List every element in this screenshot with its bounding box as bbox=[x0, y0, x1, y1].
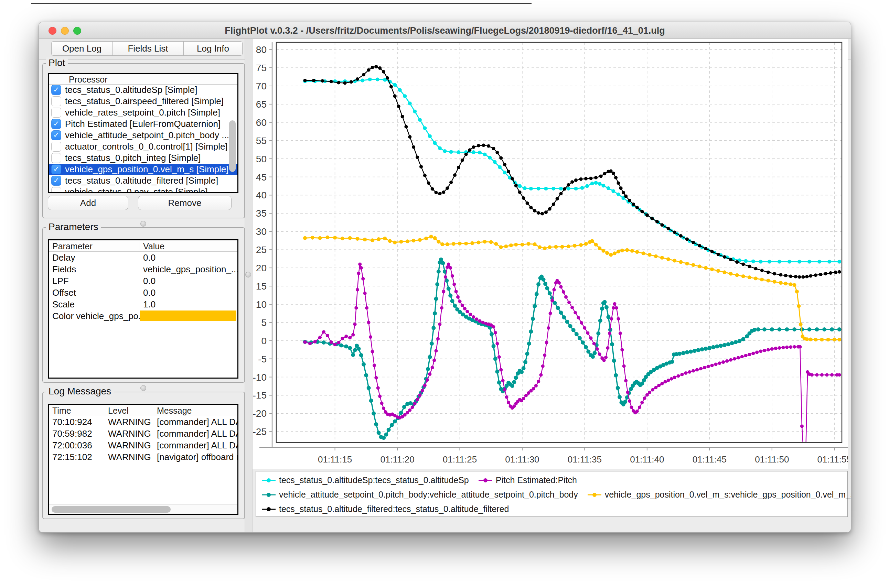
plot-list-item[interactable]: ✓tecs_status_0.altitude_filtered [Simple… bbox=[49, 175, 237, 186]
plot-list-item[interactable]: ✓vehicle_attitude_setpoint_0.pitch_body … bbox=[49, 130, 237, 141]
processor-column-header: Processor bbox=[69, 75, 108, 85]
y-axis-tick-label: 80 bbox=[256, 44, 267, 55]
legend-label: vehicle_attitude_setpoint_0.pitch_body:v… bbox=[279, 490, 578, 500]
column-divider bbox=[153, 406, 153, 414]
checkbox-checked-icon[interactable]: ✓ bbox=[51, 176, 61, 186]
log-horizontal-scrollbar-thumb[interactable] bbox=[52, 506, 171, 513]
log-horizontal-scrollbar-track[interactable] bbox=[49, 504, 237, 514]
table-row[interactable]: 72:00:036WARNING[commander] ALL DAT bbox=[49, 439, 237, 451]
splitter-handle-icon[interactable] bbox=[140, 385, 146, 391]
plot-list-item[interactable]: actuator_controls_0_0.control[1] [Simple… bbox=[49, 141, 237, 152]
plot-rows-container: ✓tecs_status_0.altitudeSp [Simple]tecs_s… bbox=[49, 84, 237, 193]
y-axis-tick-label: 65 bbox=[256, 99, 267, 110]
checkbox-unchecked-icon[interactable] bbox=[51, 108, 61, 118]
table-row[interactable]: Fieldsvehicle_gps_position_... bbox=[49, 263, 237, 275]
table-row[interactable]: Offset0.0 bbox=[49, 286, 237, 298]
table-row[interactable]: 72:15:102WARNING[navigator] offboard n bbox=[49, 451, 237, 462]
table-row[interactable]: Scale1.0 bbox=[49, 298, 237, 310]
column-header[interactable]: Message bbox=[157, 406, 192, 416]
remove-button[interactable]: Remove bbox=[138, 196, 231, 210]
y-axis-tick-label: -15 bbox=[253, 390, 267, 400]
legend-marker-icon bbox=[587, 492, 602, 498]
y-axis-tick-label: 0 bbox=[261, 336, 267, 346]
legend-marker-icon bbox=[478, 478, 493, 483]
checkbox-unchecked-icon[interactable] bbox=[51, 142, 61, 152]
flightplot-window: FlightPlot v.0.3.2 - /Users/fritz/Docume… bbox=[39, 22, 851, 532]
log-messages-table[interactable]: TimeLevelMessage70:10:924WARNING[command… bbox=[48, 404, 239, 515]
checkbox-checked-icon[interactable]: ✓ bbox=[51, 85, 61, 95]
plot-group-title: Plot bbox=[46, 57, 68, 68]
legend-marker-icon bbox=[261, 478, 276, 483]
plot-item-label: tecs_status_0.altitude_filtered [Simple] bbox=[65, 176, 218, 186]
legend-item: vehicle_gps_position_0.vel_m_s:vehicle_g… bbox=[587, 490, 851, 500]
chart-panel[interactable]: -25-20-15-10-505101520253035404550556065… bbox=[252, 39, 848, 469]
vertical-splitter[interactable] bbox=[245, 39, 252, 532]
y-axis-tick-label: 30 bbox=[256, 226, 267, 237]
column-header[interactable]: Time bbox=[52, 406, 71, 416]
y-axis-tick-label: 60 bbox=[256, 117, 267, 128]
plot-item-label: tecs_status_0.altitudeSp [Simple] bbox=[65, 85, 197, 95]
table-row[interactable]: Delay0.0 bbox=[49, 251, 237, 263]
legend-item: vehicle_attitude_setpoint_0.pitch_body:v… bbox=[261, 490, 578, 500]
legend-row: vehicle_attitude_setpoint_0.pitch_body:v… bbox=[261, 487, 851, 502]
plot-list-item[interactable]: ✓tecs_status_0.altitudeSp [Simple] bbox=[49, 84, 237, 96]
column-header[interactable]: Level bbox=[108, 406, 129, 416]
plot-list-item[interactable]: ✓vehicle_gps_position_0.vel_m_s [Simple] bbox=[49, 164, 237, 175]
color-swatch[interactable] bbox=[140, 310, 236, 321]
table-cell: vehicle_gps_position_... bbox=[143, 264, 239, 275]
table-cell: 1.0 bbox=[143, 299, 156, 310]
parameters-table[interactable]: ParameterValueDelay0.0Fieldsvehicle_gps_… bbox=[48, 239, 239, 379]
table-cell: 70:10:924 bbox=[52, 417, 92, 428]
table-cell: Scale bbox=[52, 299, 75, 310]
column-divider bbox=[104, 406, 104, 414]
plot-list-item[interactable]: vehicle_status_0.nav_state [Simple] bbox=[49, 186, 237, 193]
checkbox-checked-icon[interactable]: ✓ bbox=[51, 119, 61, 129]
titlebar[interactable]: FlightPlot v.0.3.2 - /Users/fritz/Docume… bbox=[39, 22, 851, 39]
plot-item-label: tecs_status_0.pitch_integ [Simple] bbox=[65, 153, 201, 164]
legend-item: tecs_status_0.altitude_filtered:tecs_sta… bbox=[261, 504, 509, 514]
x-axis-tick-label: 01:11:35 bbox=[568, 454, 602, 465]
background-window-edge bbox=[31, 3, 532, 4]
fields-list-button[interactable]: Fields List bbox=[112, 41, 184, 56]
column-header[interactable]: Value bbox=[143, 242, 164, 251]
checkbox-unchecked-icon[interactable] bbox=[51, 187, 61, 193]
column-divider bbox=[65, 75, 65, 83]
plot-list-item[interactable]: vehicle_rates_setpoint_0.pitch [Simple] bbox=[49, 107, 237, 118]
plot-list-item[interactable]: tecs_status_0.airspeed_filtered [Simple] bbox=[49, 96, 237, 107]
plot-item-label: vehicle_rates_setpoint_0.pitch [Simple] bbox=[65, 107, 220, 118]
chart-legend: tecs_status_0.altitudeSp:tecs_status_0.a… bbox=[255, 471, 848, 517]
table-cell: 72:00:036 bbox=[52, 440, 92, 451]
splitter-handle-icon[interactable] bbox=[245, 272, 251, 278]
table-row[interactable]: 70:59:982WARNING[commander] ALL DAT bbox=[49, 428, 237, 439]
plot-item-label: vehicle_status_0.nav_state [Simple] bbox=[65, 187, 208, 193]
table-row[interactable]: LPF0.0 bbox=[49, 275, 237, 286]
column-header[interactable]: Parameter bbox=[52, 242, 93, 251]
y-axis-tick-label: 35 bbox=[256, 208, 267, 219]
plot-list-item[interactable]: ✓Pitch Estimated [EulerFromQuaternion] bbox=[49, 118, 237, 130]
checkbox-checked-icon[interactable]: ✓ bbox=[51, 130, 61, 140]
table-header: TimeLevelMessage bbox=[49, 405, 237, 416]
table-row[interactable]: Color vehicle_gps_po... bbox=[49, 310, 237, 321]
parameters-group-title: Parameters bbox=[46, 222, 101, 232]
y-axis-tick-label: 40 bbox=[256, 190, 267, 201]
add-button[interactable]: Add bbox=[48, 196, 128, 210]
plot-fields-list[interactable]: Processor ✓tecs_status_0.altitudeSp [Sim… bbox=[48, 73, 239, 193]
legend-item: tecs_status_0.altitudeSp:tecs_status_0.a… bbox=[261, 475, 469, 485]
plot-list-vertical-scrollbar[interactable] bbox=[229, 120, 236, 172]
plot-list-item[interactable]: tecs_status_0.pitch_integ [Simple] bbox=[49, 152, 237, 164]
open-log-button[interactable]: Open Log bbox=[51, 41, 113, 56]
flight-data-chart[interactable]: -25-20-15-10-505101520253035404550556065… bbox=[252, 39, 848, 469]
y-axis-tick-label: 20 bbox=[256, 263, 267, 273]
window-title: FlightPlot v.0.3.2 - /Users/fritz/Docume… bbox=[39, 26, 851, 36]
y-axis-tick-label: 15 bbox=[256, 281, 267, 292]
table-row[interactable]: 70:10:924WARNING[commander] ALL DAT bbox=[49, 416, 237, 428]
legend-label: Pitch Estimated:Pitch bbox=[496, 475, 577, 485]
log-info-button[interactable]: Log Info bbox=[183, 41, 243, 56]
checkbox-unchecked-icon[interactable] bbox=[51, 153, 61, 163]
splitter-handle-icon[interactable] bbox=[140, 221, 146, 226]
checkbox-unchecked-icon[interactable] bbox=[51, 96, 61, 106]
table-cell: 70:59:982 bbox=[52, 429, 92, 439]
x-axis-tick-label: 01:11:50 bbox=[755, 454, 789, 465]
checkbox-checked-icon[interactable]: ✓ bbox=[51, 164, 61, 174]
x-axis-tick-label: 01:11:15 bbox=[318, 454, 352, 465]
